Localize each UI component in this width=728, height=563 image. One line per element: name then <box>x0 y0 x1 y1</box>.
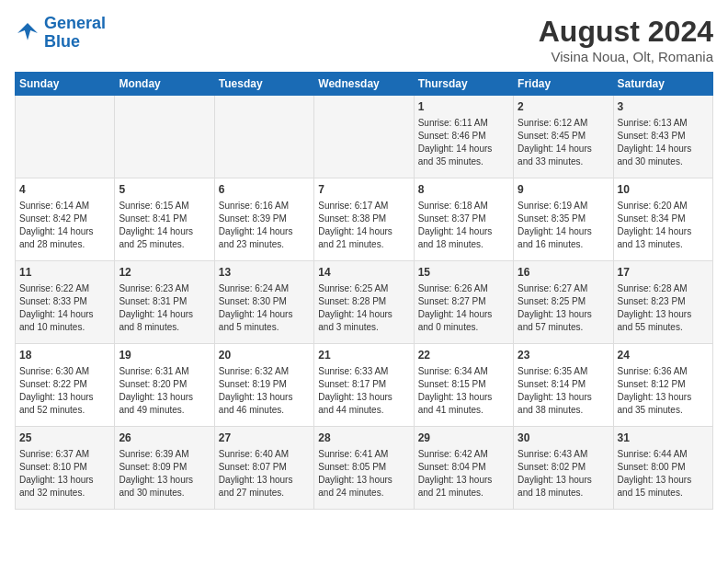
day-info: Sunrise: 6:40 AM Sunset: 8:07 PM Dayligh… <box>219 448 310 500</box>
month-title: August 2024 <box>539 15 713 49</box>
day-info: Sunrise: 6:23 AM Sunset: 8:31 PM Dayligh… <box>119 282 210 334</box>
location: Visina Noua, Olt, Romania <box>539 49 713 64</box>
week-row-1: 1Sunrise: 6:11 AM Sunset: 8:46 PM Daylig… <box>16 96 713 178</box>
day-number: 3 <box>618 99 709 115</box>
calendar-cell: 29Sunrise: 6:42 AM Sunset: 8:04 PM Dayli… <box>414 427 513 510</box>
calendar-cell: 19Sunrise: 6:31 AM Sunset: 8:20 PM Dayli… <box>115 344 214 427</box>
calendar-cell <box>314 96 414 178</box>
calendar-cell <box>115 96 214 178</box>
day-number: 15 <box>418 265 509 281</box>
day-number: 31 <box>618 431 709 446</box>
week-row-4: 18Sunrise: 6:30 AM Sunset: 8:22 PM Dayli… <box>16 344 713 427</box>
header-day-tuesday: Tuesday <box>214 73 313 96</box>
logo-icon <box>15 20 40 46</box>
header-day-monday: Monday <box>115 73 214 96</box>
day-number: 21 <box>318 348 409 363</box>
calendar-cell: 2Sunrise: 6:12 AM Sunset: 8:45 PM Daylig… <box>514 96 613 178</box>
day-number: 1 <box>418 99 509 115</box>
calendar-cell: 28Sunrise: 6:41 AM Sunset: 8:05 PM Dayli… <box>314 427 414 510</box>
calendar-cell: 8Sunrise: 6:18 AM Sunset: 8:37 PM Daylig… <box>414 178 513 261</box>
day-info: Sunrise: 6:22 AM Sunset: 8:33 PM Dayligh… <box>19 282 110 334</box>
calendar-cell: 6Sunrise: 6:16 AM Sunset: 8:39 PM Daylig… <box>214 178 313 261</box>
calendar-cell: 12Sunrise: 6:23 AM Sunset: 8:31 PM Dayli… <box>115 261 214 344</box>
day-info: Sunrise: 6:27 AM Sunset: 8:25 PM Dayligh… <box>518 282 609 334</box>
day-info: Sunrise: 6:28 AM Sunset: 8:23 PM Dayligh… <box>618 282 709 334</box>
day-info: Sunrise: 6:15 AM Sunset: 8:41 PM Dayligh… <box>119 200 210 251</box>
calendar-cell: 16Sunrise: 6:27 AM Sunset: 8:25 PM Dayli… <box>514 261 613 344</box>
day-info: Sunrise: 6:17 AM Sunset: 8:38 PM Dayligh… <box>318 200 409 251</box>
header-day-wednesday: Wednesday <box>314 73 414 96</box>
calendar-cell: 20Sunrise: 6:32 AM Sunset: 8:19 PM Dayli… <box>214 344 313 427</box>
calendar-cell: 1Sunrise: 6:11 AM Sunset: 8:46 PM Daylig… <box>414 96 513 178</box>
calendar-cell: 24Sunrise: 6:36 AM Sunset: 8:12 PM Dayli… <box>613 344 712 427</box>
day-number: 20 <box>219 348 310 363</box>
day-number: 19 <box>119 348 210 363</box>
calendar-cell: 10Sunrise: 6:20 AM Sunset: 8:34 PM Dayli… <box>613 178 712 261</box>
day-number: 28 <box>318 431 409 446</box>
logo: General Blue <box>15 15 106 52</box>
title-area: August 2024 Visina Noua, Olt, Romania <box>539 15 713 64</box>
day-info: Sunrise: 6:25 AM Sunset: 8:28 PM Dayligh… <box>318 282 409 334</box>
calendar-cell: 26Sunrise: 6:39 AM Sunset: 8:09 PM Dayli… <box>115 427 214 510</box>
day-info: Sunrise: 6:34 AM Sunset: 8:15 PM Dayligh… <box>418 365 509 417</box>
day-info: Sunrise: 6:19 AM Sunset: 8:35 PM Dayligh… <box>518 200 609 251</box>
calendar-cell: 9Sunrise: 6:19 AM Sunset: 8:35 PM Daylig… <box>514 178 613 261</box>
calendar-cell: 18Sunrise: 6:30 AM Sunset: 8:22 PM Dayli… <box>16 344 115 427</box>
calendar-table: SundayMondayTuesdayWednesdayThursdayFrid… <box>15 72 713 510</box>
day-number: 8 <box>418 182 509 198</box>
day-number: 17 <box>618 265 709 281</box>
day-number: 6 <box>219 182 310 198</box>
day-info: Sunrise: 6:12 AM Sunset: 8:45 PM Dayligh… <box>518 117 609 168</box>
page-header: General Blue August 2024 Visina Noua, Ol… <box>15 15 713 64</box>
day-info: Sunrise: 6:37 AM Sunset: 8:10 PM Dayligh… <box>19 448 110 500</box>
day-info: Sunrise: 6:32 AM Sunset: 8:19 PM Dayligh… <box>219 365 310 417</box>
day-info: Sunrise: 6:39 AM Sunset: 8:09 PM Dayligh… <box>119 448 210 500</box>
calendar-cell: 21Sunrise: 6:33 AM Sunset: 8:17 PM Dayli… <box>314 344 414 427</box>
logo-line1: General <box>44 14 106 32</box>
day-info: Sunrise: 6:14 AM Sunset: 8:42 PM Dayligh… <box>19 200 110 251</box>
day-number: 7 <box>318 182 409 198</box>
calendar-cell: 3Sunrise: 6:13 AM Sunset: 8:43 PM Daylig… <box>613 96 712 178</box>
day-info: Sunrise: 6:18 AM Sunset: 8:37 PM Dayligh… <box>418 200 509 251</box>
calendar-cell: 11Sunrise: 6:22 AM Sunset: 8:33 PM Dayli… <box>16 261 115 344</box>
day-info: Sunrise: 6:26 AM Sunset: 8:27 PM Dayligh… <box>418 282 509 334</box>
day-number: 14 <box>318 265 409 281</box>
logo-line2: Blue <box>44 32 80 51</box>
day-info: Sunrise: 6:41 AM Sunset: 8:05 PM Dayligh… <box>318 448 409 500</box>
day-number: 22 <box>418 348 509 363</box>
day-number: 2 <box>518 99 609 115</box>
day-info: Sunrise: 6:24 AM Sunset: 8:30 PM Dayligh… <box>219 282 310 334</box>
svg-marker-0 <box>17 23 38 40</box>
day-info: Sunrise: 6:13 AM Sunset: 8:43 PM Dayligh… <box>618 117 709 168</box>
header-day-saturday: Saturday <box>613 73 712 96</box>
calendar-cell: 5Sunrise: 6:15 AM Sunset: 8:41 PM Daylig… <box>115 178 214 261</box>
week-row-3: 11Sunrise: 6:22 AM Sunset: 8:33 PM Dayli… <box>16 261 713 344</box>
calendar-header: SundayMondayTuesdayWednesdayThursdayFrid… <box>16 73 713 96</box>
calendar-cell: 17Sunrise: 6:28 AM Sunset: 8:23 PM Dayli… <box>613 261 712 344</box>
day-number: 23 <box>518 348 609 363</box>
calendar-cell: 31Sunrise: 6:44 AM Sunset: 8:00 PM Dayli… <box>613 427 712 510</box>
day-number: 12 <box>119 265 210 281</box>
calendar-cell <box>214 96 313 178</box>
header-day-friday: Friday <box>514 73 613 96</box>
calendar-cell: 27Sunrise: 6:40 AM Sunset: 8:07 PM Dayli… <box>214 427 313 510</box>
day-number: 30 <box>518 431 609 446</box>
day-number: 25 <box>19 431 110 446</box>
day-info: Sunrise: 6:43 AM Sunset: 8:02 PM Dayligh… <box>518 448 609 500</box>
calendar-cell: 4Sunrise: 6:14 AM Sunset: 8:42 PM Daylig… <box>16 178 115 261</box>
day-info: Sunrise: 6:30 AM Sunset: 8:22 PM Dayligh… <box>19 365 110 417</box>
calendar-cell: 23Sunrise: 6:35 AM Sunset: 8:14 PM Dayli… <box>514 344 613 427</box>
day-info: Sunrise: 6:20 AM Sunset: 8:34 PM Dayligh… <box>618 200 709 251</box>
days-row: SundayMondayTuesdayWednesdayThursdayFrid… <box>16 73 713 96</box>
day-number: 26 <box>119 431 210 446</box>
week-row-2: 4Sunrise: 6:14 AM Sunset: 8:42 PM Daylig… <box>16 178 713 261</box>
calendar-cell: 15Sunrise: 6:26 AM Sunset: 8:27 PM Dayli… <box>414 261 513 344</box>
logo-text: General Blue <box>44 15 106 52</box>
calendar-cell: 7Sunrise: 6:17 AM Sunset: 8:38 PM Daylig… <box>314 178 414 261</box>
day-info: Sunrise: 6:16 AM Sunset: 8:39 PM Dayligh… <box>219 200 310 251</box>
day-info: Sunrise: 6:42 AM Sunset: 8:04 PM Dayligh… <box>418 448 509 500</box>
header-day-thursday: Thursday <box>414 73 513 96</box>
day-number: 18 <box>19 348 110 363</box>
day-info: Sunrise: 6:35 AM Sunset: 8:14 PM Dayligh… <box>518 365 609 417</box>
day-info: Sunrise: 6:31 AM Sunset: 8:20 PM Dayligh… <box>119 365 210 417</box>
